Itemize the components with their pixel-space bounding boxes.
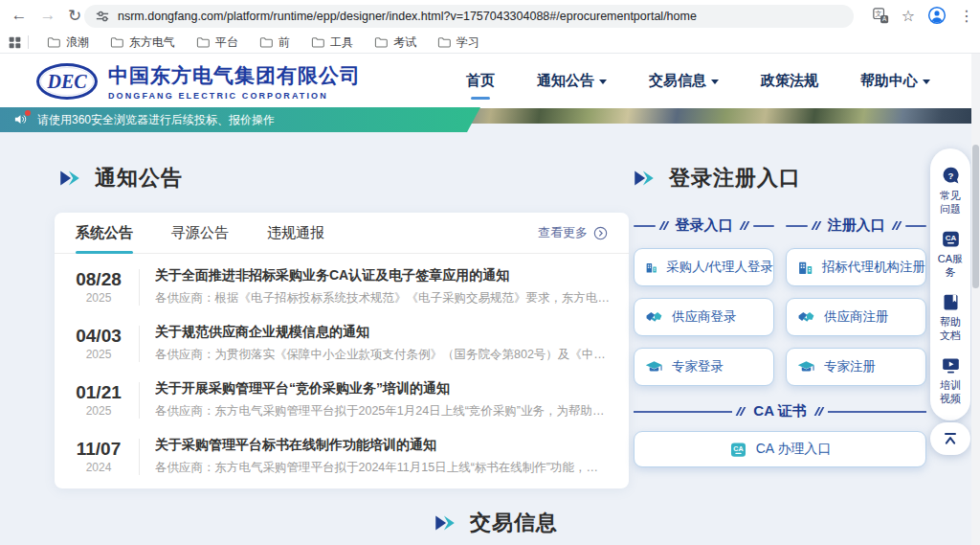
bookmark-folder[interactable]: 前 <box>249 33 301 52</box>
ca-service-widget-item[interactable]: CA CA服务 <box>936 229 965 279</box>
folder-icon <box>110 35 123 49</box>
company-name-cn: 中国东方电气集团有限公司 <box>108 62 361 89</box>
bookmark-folder[interactable]: 工具 <box>301 33 364 52</box>
double-arrow-icon <box>632 166 657 191</box>
bookmark-folder[interactable]: 浪潮 <box>36 33 100 52</box>
double-arrow-icon <box>433 511 457 535</box>
translate-icon[interactable]: 文 A <box>873 8 889 24</box>
bookmark-folder[interactable]: 考试 <box>364 33 427 52</box>
login-group-header: 登录入口 <box>634 216 774 235</box>
notice-title: 关于全面推进非招标采购业务CA认证及电子签章应用的通知 <box>155 267 610 284</box>
notice-row[interactable]: 08/28 2025 关于全面推进非招标采购业务CA认证及电子签章应用的通知 各… <box>62 259 610 315</box>
view-more-link[interactable]: 查看更多 <box>538 224 608 241</box>
notice-summary: 各供应商：根据《电子招标投标系统技术规范》《电子采购交易规范》要求，东方电气采购… <box>155 290 610 307</box>
buyer-agent-login-button[interactable]: 采购人/代理人登录 <box>634 248 774 286</box>
tab-violation-reports[interactable]: 违规通报 <box>267 224 324 242</box>
url-bar[interactable]: nsrm.dongfang.com/platform/runtime/epp/d… <box>84 5 854 28</box>
notices-card: 系统公告 寻源公告 违规通报 查看更多 08/28 2025 关于全面推进非招标… <box>55 213 629 488</box>
notice-title: 关于采购管理平台标书在线制作功能培训的通知 <box>155 437 610 454</box>
svg-text:?: ? <box>947 170 953 181</box>
apps-grid-icon[interactable] <box>8 35 22 50</box>
divider <box>139 326 140 362</box>
browser-toolbar: ← → ↻ nsrm.dongfang.com/platform/runtime… <box>0 0 980 32</box>
url-text: nsrm.dongfang.com/platform/runtime/epp/d… <box>118 10 697 23</box>
bookmark-folder[interactable]: 东方电气 <box>100 33 186 52</box>
building-icon <box>797 259 813 277</box>
page-scrollbar <box>971 54 980 545</box>
nav-item-home[interactable]: 首页 <box>466 72 495 90</box>
notices-tabs: 系统公告 寻源公告 违规通报 查看更多 <box>55 213 629 254</box>
notice-title: 关于规范供应商企业规模信息的通知 <box>155 324 610 341</box>
back-icon[interactable]: ← <box>8 4 31 27</box>
dec-logo-mark: DEC <box>36 63 98 100</box>
ca-apply-button[interactable]: CA CA 办理入口 <box>634 431 926 467</box>
supplier-login-button[interactable]: 供应商登录 <box>634 298 774 336</box>
company-name-en: DONGFANG ELECTRIC CORPORATION <box>108 91 361 101</box>
reload-icon[interactable]: ↻ <box>63 4 86 27</box>
register-group-header: 注册入口 <box>786 216 926 235</box>
svg-text:CA: CA <box>733 444 743 452</box>
chevron-down-icon <box>711 79 719 84</box>
browser-menu-icon[interactable]: ⋮ <box>959 7 974 25</box>
notice-date: 01/21 <box>62 382 135 403</box>
notice-list: 08/28 2025 关于全面推进非招标采购业务CA认证及电子签章应用的通知 各… <box>55 254 629 485</box>
back-to-top-button[interactable] <box>930 422 970 455</box>
tab-system-notices[interactable]: 系统公告 <box>76 224 133 242</box>
nav-item-help-center[interactable]: 帮助中心 <box>860 72 930 90</box>
document-icon <box>941 292 961 312</box>
svg-text:CA: CA <box>945 234 956 242</box>
scrollbar-thumb[interactable] <box>972 145 979 288</box>
graduation-cap-icon <box>645 358 663 376</box>
profile-avatar-icon[interactable] <box>927 6 947 25</box>
graduation-cap-icon <box>797 358 815 376</box>
nav-item-policies[interactable]: 政策法规 <box>761 72 818 90</box>
supplier-register-button[interactable]: 供应商注册 <box>786 298 926 336</box>
divider <box>28 35 29 49</box>
login-column: 登录入口 注册入口 采购人/代理人登录 <box>634 216 926 467</box>
bookmarks-bar: 浪潮 东方电气 平台 前 工具 考试 学习 <box>0 32 980 54</box>
expert-register-button[interactable]: 专家注册 <box>786 348 926 386</box>
ca-icon: CA <box>941 229 961 249</box>
main-nav: 首页 通知公告 交易信息 政策法规 帮助中心 <box>466 54 930 108</box>
expert-login-button[interactable]: 专家登录 <box>634 348 774 386</box>
faq-widget-item[interactable]: ? 常见问题 <box>936 166 965 216</box>
bookmark-folder[interactable]: 学习 <box>427 33 490 52</box>
notice-year: 2024 <box>62 461 135 474</box>
back-to-top-icon <box>941 429 960 448</box>
bidding-agency-register-button[interactable]: 招标代理机构注册 <box>786 248 926 286</box>
notices-section-header: 通知公告 <box>57 164 183 193</box>
notice-summary: 各供应商：东方电气采购管理平台拟于2025年1月24日上线“竞价采购”业务，为帮… <box>155 403 610 420</box>
bookmark-label: 考试 <box>393 34 416 51</box>
notice-date: 04/03 <box>62 326 135 347</box>
company-logo[interactable]: DEC 中国东方电气集团有限公司 DONGFANG ELECTRIC CORPO… <box>36 62 361 101</box>
divider <box>139 382 140 419</box>
notice-year: 2025 <box>62 291 135 305</box>
notice-summary: 各供应商：为贯彻落实《保障中小企业款项支付条例》（国务院令第802号）及《中小企… <box>155 347 610 363</box>
notice-title: 关于开展采购管理平台“竞价采购业务”培训的通知 <box>155 380 610 397</box>
tab-sourcing-notices[interactable]: 寻源公告 <box>171 224 229 242</box>
video-icon <box>941 355 961 375</box>
nav-item-trade-info[interactable]: 交易信息 <box>649 72 719 90</box>
folder-icon <box>47 35 60 49</box>
notice-date: 11/07 <box>62 439 135 460</box>
folder-icon <box>311 35 324 49</box>
ca-badge-icon: CA <box>729 441 747 459</box>
notice-row[interactable]: 04/03 2025 关于规范供应商企业规模信息的通知 各供应商：为贯彻落实《保… <box>62 315 610 372</box>
bookmark-folder[interactable]: 平台 <box>186 33 249 52</box>
question-icon: ? <box>941 166 961 186</box>
notice-date: 08/28 <box>62 269 135 290</box>
training-video-widget-item[interactable]: 培训视频 <box>936 355 965 405</box>
bookmark-star-icon[interactable]: ☆ <box>902 7 915 25</box>
building-icon <box>645 259 657 277</box>
circle-arrow-right-icon <box>593 226 608 240</box>
nav-item-notices[interactable]: 通知公告 <box>537 72 607 90</box>
site-header: DEC 中国东方电气集团有限公司 DONGFANG ELECTRIC CORPO… <box>0 54 980 108</box>
notice-row[interactable]: 01/21 2025 关于开展采购管理平台“竞价采购业务”培训的通知 各供应商：… <box>62 372 610 428</box>
trade-section-header: 交易信息 <box>433 509 558 537</box>
notice-row[interactable]: 11/07 2024 关于采购管理平台标书在线制作功能培训的通知 各供应商：东方… <box>62 428 610 485</box>
svg-text:A: A <box>882 15 887 22</box>
notice-year: 2025 <box>62 404 135 418</box>
forward-icon[interactable]: → <box>36 4 59 27</box>
help-docs-widget-item[interactable]: 帮助文档 <box>936 292 965 342</box>
folder-icon <box>259 35 273 49</box>
